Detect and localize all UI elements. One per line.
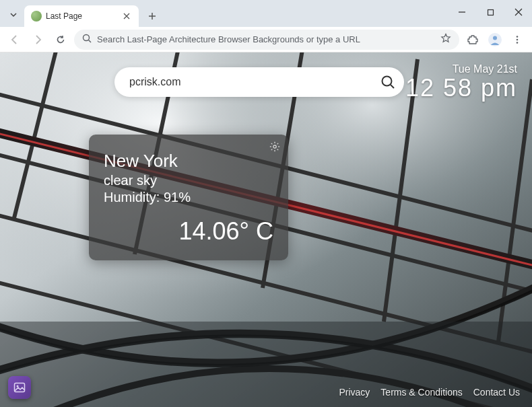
tab-title: Last Page xyxy=(46,11,117,21)
omnibox[interactable]: Search Last-Page Architecture Browser Ba… xyxy=(74,30,459,50)
svg-line-26 xyxy=(271,143,273,145)
page-search-input[interactable] xyxy=(129,76,376,88)
wallpaper-button[interactable] xyxy=(8,376,31,399)
weather-widget: New York clear sky Humidity: 91% 14.06° … xyxy=(89,135,288,260)
nav-forward-button[interactable] xyxy=(28,30,47,49)
omnibox-placeholder: Search Last-Page Architecture Browser Ba… xyxy=(97,34,435,44)
window-close-button[interactable] xyxy=(509,3,528,22)
svg-line-28 xyxy=(277,143,279,145)
svg-line-27 xyxy=(277,149,279,151)
svg-point-20 xyxy=(383,77,392,86)
window-maximize-button[interactable] xyxy=(481,3,500,22)
svg-point-4 xyxy=(517,36,519,38)
footer-links: Privacy Terms & Conditions Contact Us xyxy=(339,387,520,398)
svg-point-6 xyxy=(517,42,519,44)
weather-city: New York xyxy=(104,151,273,172)
bookmark-star-icon[interactable] xyxy=(440,33,451,46)
weather-settings-button[interactable] xyxy=(269,141,280,155)
window-minimize-button[interactable] xyxy=(453,3,471,22)
menu-button[interactable] xyxy=(508,30,527,49)
footer-privacy-link[interactable]: Privacy xyxy=(339,387,370,398)
tab-search-dropdown[interactable] xyxy=(5,7,22,23)
svg-line-29 xyxy=(271,149,273,151)
svg-point-5 xyxy=(517,38,519,40)
clock-time: 12 58 pm xyxy=(405,74,517,102)
tab-favicon xyxy=(31,11,42,22)
footer-terms-link[interactable]: Terms & Conditions xyxy=(380,387,462,398)
extensions-button[interactable] xyxy=(463,30,482,49)
weather-humidity: Humidity: 91% xyxy=(104,190,273,205)
window-titlebar: Last Page xyxy=(0,0,532,27)
page-search-button[interactable] xyxy=(376,70,400,94)
svg-rect-0 xyxy=(488,9,493,15)
browser-toolbar: Search Last-Page Architecture Browser Ba… xyxy=(0,27,532,52)
profile-button[interactable] xyxy=(486,31,504,48)
svg-point-21 xyxy=(273,145,276,148)
nav-reload-button[interactable] xyxy=(51,30,70,49)
tab-close-button[interactable] xyxy=(121,11,132,22)
weather-condition: clear sky xyxy=(104,173,273,188)
weather-temperature: 14.06° C xyxy=(104,217,273,246)
new-tab-button[interactable] xyxy=(143,7,162,26)
image-icon xyxy=(13,381,26,394)
nav-back-button[interactable] xyxy=(5,30,24,49)
svg-point-1 xyxy=(84,34,90,40)
page-viewport: Tue May 21st 12 58 pm New York clear sky… xyxy=(0,52,532,407)
clock-widget: Tue May 21st 12 58 pm xyxy=(405,63,517,102)
page-search-bar xyxy=(114,67,404,97)
svg-rect-30 xyxy=(15,383,25,392)
window-controls xyxy=(453,3,528,22)
footer-contact-link[interactable]: Contact Us xyxy=(473,387,520,398)
svg-point-3 xyxy=(493,36,497,40)
search-icon xyxy=(82,34,92,46)
browser-tab[interactable]: Last Page xyxy=(24,5,139,27)
